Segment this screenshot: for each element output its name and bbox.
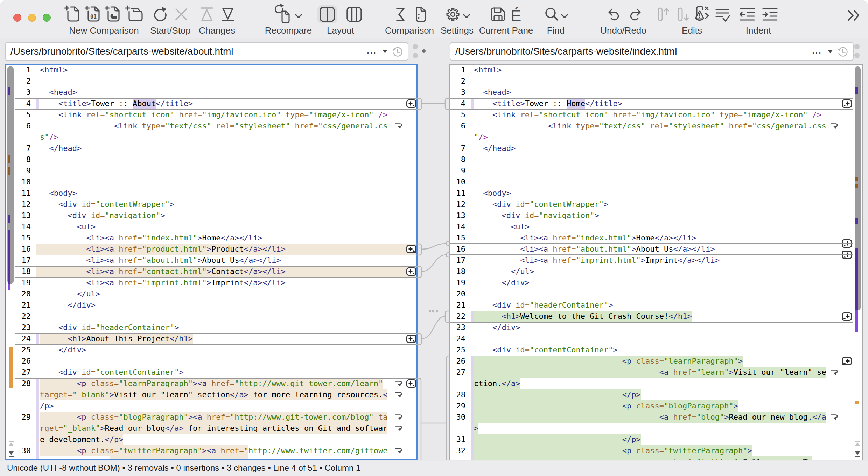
code-segment: Imprint bbox=[211, 277, 244, 288]
code-segment: </head> bbox=[40, 143, 82, 154]
minimap-change-mark-purple bbox=[855, 248, 858, 310]
chevron-down-icon[interactable] bbox=[293, 12, 304, 20]
file-document-icon[interactable] bbox=[410, 5, 430, 24]
line-wrap-icon bbox=[830, 413, 839, 421]
code-row: 14 <ul> bbox=[450, 221, 862, 232]
traffic-light-minimize[interactable] bbox=[28, 14, 36, 22]
start-icon-shape bbox=[150, 5, 170, 24]
file-path-field-right[interactable]: /Users/brunobrito/Sites/carparts-website… bbox=[450, 42, 854, 61]
chevron-down-icon[interactable] bbox=[559, 12, 570, 20]
code-segment: <p bbox=[40, 378, 91, 389]
save-icon[interactable] bbox=[488, 5, 508, 24]
line-number: 29 bbox=[450, 400, 465, 412]
new-file-comparison-icon[interactable]: 01 bbox=[83, 5, 103, 24]
code-row: 19 </div> bbox=[450, 277, 862, 288]
encoding-icon[interactable]: É bbox=[506, 5, 526, 24]
new-image-comparison-icon-shape-shape bbox=[105, 6, 109, 10]
new-folder-comparison-icon[interactable] bbox=[124, 5, 144, 24]
traffic-light-close[interactable] bbox=[13, 14, 21, 22]
code-line: <body> bbox=[40, 188, 77, 199]
code-row: 25 <div id="contentContainer"> bbox=[450, 344, 862, 356]
path-dropdown-arrow-right[interactable] bbox=[827, 43, 834, 61]
undo-icon-shape bbox=[607, 7, 622, 22]
code-segment: > bbox=[207, 277, 211, 288]
line-number: 5 bbox=[450, 109, 465, 120]
text-comparison-sigma-icon[interactable] bbox=[391, 5, 410, 24]
layout-two-pane-icon[interactable] bbox=[317, 5, 337, 24]
scroll-to-next-change-button[interactable] bbox=[8, 451, 15, 457]
scroll-to-previous-change-button-shape-shape bbox=[9, 442, 14, 446]
indent-icon[interactable] bbox=[760, 5, 780, 24]
code-segment: <div bbox=[40, 199, 82, 210]
recompare-icon-shape bbox=[273, 3, 295, 26]
layout-three-pane-icon[interactable] bbox=[344, 5, 364, 24]
file-path-field-left[interactable]: /Users/brunobrito/Sites/carparts-website… bbox=[5, 42, 408, 61]
line-number: 6 bbox=[450, 120, 465, 132]
line-number: 1 bbox=[450, 64, 465, 76]
window-edge-dot-top bbox=[854, 44, 860, 49]
code-segment: <html> bbox=[40, 64, 68, 76]
code-row: 7 </head> bbox=[450, 143, 862, 154]
code-segment: "stylesheet" bbox=[234, 120, 290, 132]
code-segment: rget= bbox=[40, 423, 63, 434]
code-row: 9 bbox=[6, 165, 418, 176]
history-icon-right-shape-shape bbox=[843, 50, 845, 52]
start-icon[interactable] bbox=[150, 5, 170, 24]
minimap-change-mark-brown bbox=[8, 155, 10, 163]
settings-gear-icon[interactable] bbox=[442, 4, 463, 25]
code-segment: > bbox=[738, 356, 743, 367]
scroll-to-next-change-button[interactable] bbox=[854, 451, 861, 457]
scroll-to-previous-change-button[interactable] bbox=[8, 440, 15, 447]
line-wrap-icon bbox=[394, 122, 404, 130]
toolbar-overflow-icon[interactable] bbox=[846, 8, 861, 22]
path-menu-ellipsis-right[interactable]: … bbox=[811, 43, 822, 60]
code-line: <li><a href="imprint.html">Imprint</a></… bbox=[40, 277, 286, 288]
code-segment: id= bbox=[91, 210, 105, 221]
history-icon-right[interactable] bbox=[837, 46, 849, 64]
next-change-icon[interactable] bbox=[218, 5, 238, 24]
line-wrap-icon-shape bbox=[394, 447, 404, 455]
code-row: 20 bbox=[450, 288, 862, 300]
copy-change-button-to-right-shape-shape bbox=[413, 385, 415, 386]
code-line: <link type="text/css" rel="stylesheet" h… bbox=[474, 120, 826, 132]
conflicts-icon[interactable] bbox=[692, 4, 713, 25]
kaleidoscope-window: New Comparison 01 Start/Stop Changes Rec… bbox=[0, 0, 868, 476]
new-text-comparison-icon[interactable] bbox=[63, 5, 83, 24]
previous-change-icon[interactable] bbox=[197, 5, 217, 24]
stop-icon[interactable] bbox=[172, 5, 191, 24]
left-code-pane[interactable]: 1<html>23 <head>4 <title>Tower :: About<… bbox=[5, 64, 418, 460]
move-change-down-icon[interactable] bbox=[673, 5, 693, 24]
code-segment: <div bbox=[474, 210, 525, 221]
undo-icon[interactable] bbox=[607, 7, 622, 22]
code-line: /p> bbox=[40, 400, 54, 412]
code-line: <li><a href="imprint.html">Imprint</a></… bbox=[474, 255, 720, 266]
path-dropdown-arrow-left[interactable] bbox=[382, 43, 388, 61]
code-segment: "shortcut icon" bbox=[539, 109, 608, 120]
recompare-icon[interactable] bbox=[273, 3, 295, 26]
code-segment: <p bbox=[40, 412, 91, 423]
code-row: 3 <head> bbox=[6, 87, 418, 98]
chevron-down-icon[interactable] bbox=[461, 12, 472, 20]
validate-edits-icon[interactable] bbox=[713, 5, 732, 24]
copy-change-button-to-left[interactable] bbox=[842, 357, 852, 365]
new-image-comparison-icon-shape-shape bbox=[108, 7, 119, 21]
code-line: </ul> bbox=[474, 266, 534, 277]
move-change-up-icon[interactable] bbox=[653, 5, 673, 24]
toolbar-overflow-icon-shape bbox=[846, 8, 861, 22]
redo-icon[interactable] bbox=[627, 7, 643, 22]
outdent-icon[interactable] bbox=[737, 5, 757, 24]
path-menu-ellipsis-left[interactable]: … bbox=[366, 43, 377, 60]
new-text-comparison-icon-shape-shape bbox=[65, 6, 69, 10]
code-line: > bbox=[474, 423, 478, 434]
history-icon-left[interactable] bbox=[392, 46, 404, 64]
code-line: <p class="twitterParagraph"><a href="htt… bbox=[40, 445, 387, 456]
code-segment: </p> bbox=[474, 389, 641, 400]
copy-change-button-to-right[interactable] bbox=[406, 379, 416, 388]
scroll-to-previous-change-button[interactable] bbox=[854, 440, 861, 447]
right-code-pane[interactable]: 1<html>23 <head>4 <title>Tower :: Home</… bbox=[449, 64, 863, 460]
new-image-comparison-icon[interactable] bbox=[103, 5, 123, 24]
traffic-light-zoom[interactable] bbox=[43, 14, 51, 22]
code-segment: href= bbox=[673, 367, 696, 378]
change-block-top-border bbox=[450, 356, 853, 356]
code-segment: http://www.twitter.com/gittowe bbox=[248, 445, 387, 456]
